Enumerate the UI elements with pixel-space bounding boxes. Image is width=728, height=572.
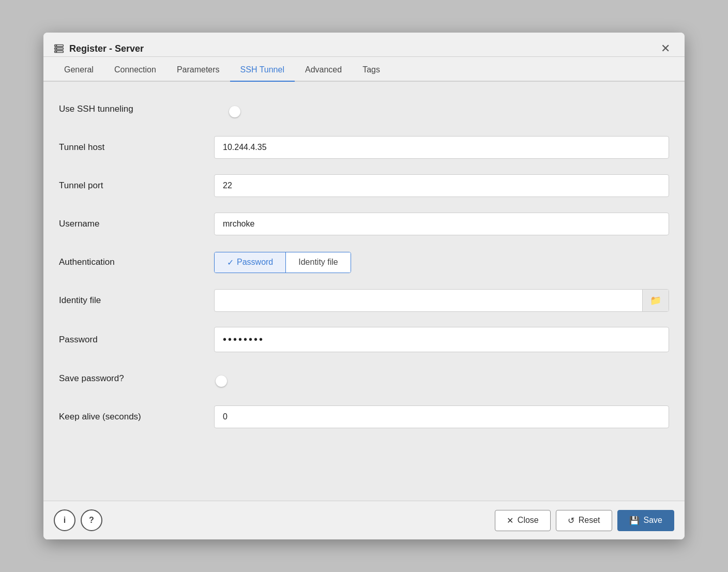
- tab-parameters[interactable]: Parameters: [166, 59, 230, 82]
- footer-right: ✕ Close ↺ Reset 💾 Save: [495, 510, 674, 531]
- keep-alive-input[interactable]: [214, 405, 669, 428]
- save-label: Save: [644, 516, 662, 525]
- save-password-row: Save password?: [59, 367, 669, 390]
- reset-button[interactable]: ↺ Reset: [556, 510, 612, 531]
- close-title-button[interactable]: ✕: [657, 41, 674, 56]
- footer-left: i ?: [54, 509, 102, 531]
- password-label: Password: [59, 335, 214, 345]
- help-button[interactable]: ?: [81, 509, 102, 531]
- tunnel-port-label: Tunnel port: [59, 180, 214, 191]
- tunnel-host-label: Tunnel host: [59, 142, 214, 153]
- register-server-dialog: Register - Server ✕ General Connection P…: [43, 33, 685, 539]
- close-x-icon: ✕: [507, 516, 513, 525]
- svg-point-4: [56, 48, 56, 49]
- keep-alive-label: Keep alive (seconds): [59, 412, 214, 422]
- tunnel-host-row: Tunnel host: [59, 136, 669, 159]
- auth-button-group: ✓ Password Identity file: [214, 252, 351, 273]
- tab-connection[interactable]: Connection: [104, 59, 166, 82]
- footer: i ? ✕ Close ↺ Reset 💾 Save: [43, 501, 685, 539]
- identity-file-row: Identity file 📁: [59, 289, 669, 312]
- info-icon: i: [64, 516, 66, 525]
- save-password-control: [214, 374, 669, 383]
- username-row: Username: [59, 212, 669, 236]
- authentication-row: Authentication ✓ Password Identity file: [59, 250, 669, 274]
- tunnel-port-row: Tunnel port: [59, 174, 669, 198]
- title-left: Register - Server: [54, 43, 144, 54]
- identity-file-label: Identity file: [59, 295, 214, 306]
- auth-identity-label: Identity file: [298, 258, 338, 267]
- keep-alive-control: [214, 405, 669, 428]
- auth-password-label: Password: [237, 258, 273, 267]
- auth-identity-file-button[interactable]: Identity file: [286, 252, 350, 273]
- identity-file-wrapper: 📁: [214, 289, 669, 312]
- tab-ssh-tunnel[interactable]: SSH Tunnel: [230, 59, 295, 82]
- help-icon: ?: [89, 516, 94, 525]
- tab-advanced[interactable]: Advanced: [295, 59, 352, 82]
- save-password-label: Save password?: [59, 373, 214, 384]
- authentication-control: ✓ Password Identity file: [214, 252, 669, 273]
- info-button[interactable]: i: [54, 509, 75, 531]
- title-bar: Register - Server ✕: [43, 33, 685, 57]
- svg-point-3: [56, 46, 56, 46]
- password-input[interactable]: [214, 327, 669, 352]
- password-control: [214, 327, 669, 352]
- save-button[interactable]: 💾 Save: [617, 510, 674, 531]
- ssh-tunneling-control: [214, 104, 669, 114]
- username-control: [214, 213, 669, 235]
- tab-tags[interactable]: Tags: [352, 59, 390, 82]
- auth-password-button[interactable]: ✓ Password: [215, 252, 286, 273]
- tunnel-port-control: [214, 174, 669, 197]
- identity-file-input[interactable]: [215, 290, 642, 311]
- close-label: Close: [518, 516, 539, 525]
- username-input[interactable]: [214, 213, 669, 235]
- tunnel-port-input[interactable]: [214, 174, 669, 197]
- svg-point-5: [56, 51, 56, 52]
- server-icon: [54, 43, 64, 54]
- ssh-tunneling-row: Use SSH tunneling: [59, 97, 669, 121]
- folder-icon: 📁: [650, 295, 661, 306]
- identity-file-control: 📁: [214, 289, 669, 312]
- content-area: Use SSH tunneling Tunnel host Tunnel por…: [43, 82, 685, 501]
- checkmark-icon: ✓: [227, 258, 234, 267]
- username-label: Username: [59, 219, 214, 229]
- tunnel-host-input[interactable]: [214, 136, 669, 159]
- tab-bar: General Connection Parameters SSH Tunnel…: [43, 59, 685, 82]
- close-button[interactable]: ✕ Close: [495, 510, 551, 531]
- ssh-tunneling-label: Use SSH tunneling: [59, 104, 214, 114]
- save-icon: 💾: [629, 516, 640, 525]
- keep-alive-row: Keep alive (seconds): [59, 405, 669, 429]
- reset-icon: ↺: [568, 516, 574, 525]
- authentication-label: Authentication: [59, 257, 214, 267]
- reset-label: Reset: [579, 516, 600, 525]
- tunnel-host-control: [214, 136, 669, 159]
- password-row: Password: [59, 327, 669, 352]
- tab-general[interactable]: General: [54, 59, 104, 82]
- dialog-title: Register - Server: [69, 43, 144, 54]
- identity-file-browse-button[interactable]: 📁: [642, 290, 669, 311]
